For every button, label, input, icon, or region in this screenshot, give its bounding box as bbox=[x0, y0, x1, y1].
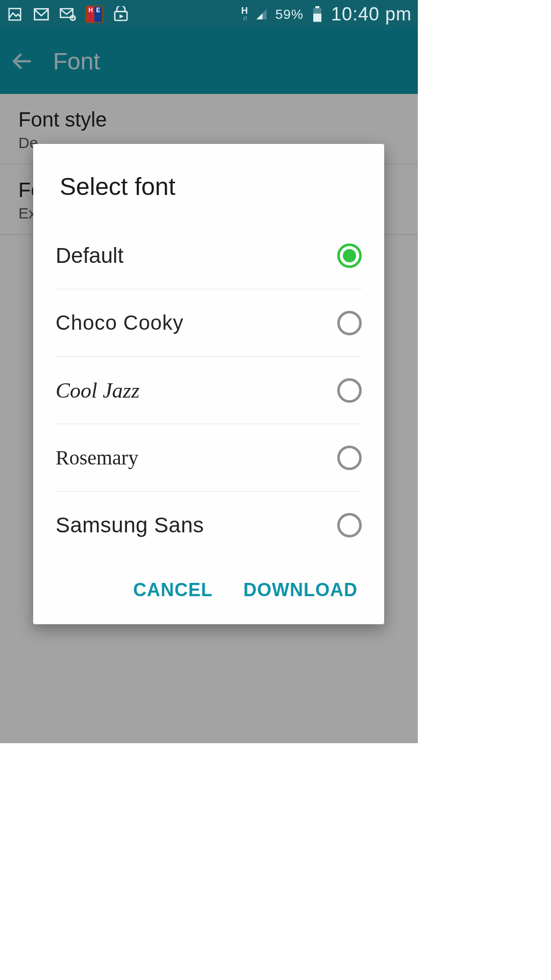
mail-at-icon: @ bbox=[59, 6, 77, 23]
font-option-default[interactable]: Default bbox=[56, 222, 362, 289]
radio-icon[interactable] bbox=[337, 243, 362, 268]
font-option-label: Cool Jazz bbox=[56, 378, 140, 403]
download-button[interactable]: DOWNLOAD bbox=[243, 579, 358, 601]
font-option-list: DefaultChoco CookyCool JazzRosemarySamsu… bbox=[33, 222, 384, 559]
font-option-choco-cooky[interactable]: Choco Cooky bbox=[56, 289, 362, 357]
font-option-label: Default bbox=[56, 243, 123, 268]
radio-icon[interactable] bbox=[337, 378, 362, 403]
dictionary-app-icon: HE bbox=[86, 6, 103, 23]
play-store-icon bbox=[112, 6, 130, 23]
radio-icon[interactable] bbox=[337, 513, 362, 537]
svg-rect-11 bbox=[313, 14, 321, 22]
status-bar: @ HE H ↓↑ 59% 10:40 pm bbox=[0, 0, 418, 29]
svg-marker-8 bbox=[257, 13, 263, 19]
signal-icon bbox=[253, 6, 270, 23]
dialog-actions: CANCEL DOWNLOAD bbox=[33, 559, 384, 624]
font-option-samsung-sans[interactable]: Samsung Sans bbox=[56, 492, 362, 559]
cancel-button[interactable]: CANCEL bbox=[133, 579, 213, 601]
gallery-icon bbox=[6, 6, 23, 23]
battery-icon bbox=[309, 6, 326, 23]
battery-percentage: 59% bbox=[276, 7, 304, 22]
gmail-icon bbox=[33, 6, 50, 23]
svg-text:@: @ bbox=[71, 16, 76, 21]
radio-icon[interactable] bbox=[337, 311, 362, 335]
font-option-cool-jazz[interactable]: Cool Jazz bbox=[56, 357, 362, 424]
font-option-label: Rosemary bbox=[56, 446, 138, 470]
mobile-data-icon: H ↓↑ bbox=[241, 7, 248, 21]
clock: 10:40 pm bbox=[331, 4, 412, 25]
dialog-title: Select font bbox=[33, 173, 384, 222]
svg-marker-6 bbox=[119, 14, 123, 18]
font-option-label: Samsung Sans bbox=[56, 513, 204, 537]
font-option-rosemary[interactable]: Rosemary bbox=[56, 424, 362, 492]
radio-icon[interactable] bbox=[337, 446, 362, 470]
select-font-dialog: Select font DefaultChoco CookyCool JazzR… bbox=[33, 144, 384, 624]
font-option-label: Choco Cooky bbox=[56, 311, 184, 334]
svg-rect-9 bbox=[315, 6, 319, 8]
status-left-icons: @ HE bbox=[6, 6, 130, 23]
status-right: H ↓↑ 59% 10:40 pm bbox=[241, 4, 412, 25]
